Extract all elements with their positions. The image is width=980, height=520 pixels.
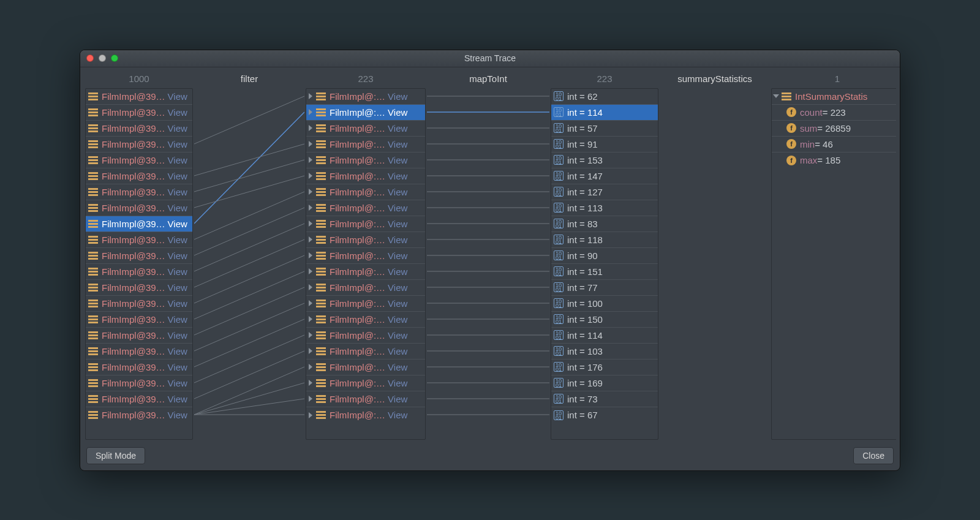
view-link[interactable]: View — [168, 330, 187, 341]
list-item[interactable]: FilmImpl@:…View — [306, 105, 425, 121]
view-link[interactable]: View — [388, 187, 407, 197]
list-item[interactable]: FilmImpl@39…View — [86, 344, 192, 360]
list-item[interactable]: FilmImpl@:…View — [306, 121, 425, 137]
view-link[interactable]: View — [388, 203, 407, 213]
view-link[interactable]: View — [388, 155, 407, 165]
list-item[interactable]: FilmImpl@:…View — [306, 328, 425, 344]
list-item[interactable]: int = 90 — [551, 248, 658, 264]
chevron-right-icon[interactable] — [309, 173, 312, 179]
summary-field[interactable]: fcount = 223 — [772, 105, 896, 121]
list-item[interactable]: FilmImpl@39…View — [86, 121, 192, 137]
chevron-right-icon[interactable] — [309, 300, 312, 306]
chevron-right-icon[interactable] — [309, 220, 312, 227]
view-link[interactable]: View — [168, 266, 187, 277]
chevron-right-icon[interactable] — [309, 332, 312, 338]
list-item[interactable]: FilmImpl@39…View — [86, 312, 192, 328]
view-link[interactable]: View — [168, 91, 187, 102]
view-link[interactable]: View — [168, 139, 187, 149]
chevron-right-icon[interactable] — [309, 380, 312, 386]
list-item[interactable]: FilmImpl@39…View — [86, 280, 192, 296]
list-item[interactable]: FilmImpl@39…View — [86, 200, 192, 216]
view-link[interactable]: View — [388, 298, 407, 309]
list-item[interactable]: FilmImpl@39…View — [86, 105, 192, 121]
view-link[interactable]: View — [388, 219, 407, 229]
chevron-right-icon[interactable] — [309, 316, 312, 322]
view-link[interactable]: View — [168, 298, 187, 309]
list-item[interactable]: FilmImpl@39…View — [86, 216, 192, 232]
chevron-right-icon[interactable] — [309, 93, 312, 99]
view-link[interactable]: View — [168, 155, 187, 165]
view-link[interactable]: View — [168, 362, 187, 372]
list-item[interactable]: FilmImpl@39…View — [86, 375, 192, 391]
view-link[interactable]: View — [168, 346, 187, 356]
view-link[interactable]: View — [168, 123, 187, 134]
list-item[interactable]: int = 73 — [551, 391, 658, 407]
list-item[interactable]: FilmImpl@:…View — [306, 296, 425, 312]
list-item[interactable]: FilmImpl@:…View — [306, 137, 425, 153]
chevron-right-icon[interactable] — [309, 125, 312, 131]
list-item[interactable]: FilmImpl@:…View — [306, 264, 425, 280]
list-item[interactable]: int = 103 — [551, 344, 658, 360]
list-item[interactable]: FilmImpl@:…View — [306, 360, 425, 375]
list-item[interactable]: int = 169 — [551, 375, 658, 391]
list-item[interactable]: FilmImpl@39…View — [86, 264, 192, 280]
list-item[interactable]: FilmImpl@39…View — [86, 248, 192, 264]
list-item[interactable]: FilmImpl@:…View — [306, 89, 425, 105]
chevron-right-icon[interactable] — [309, 364, 312, 370]
list-item[interactable]: FilmImpl@39…View — [86, 391, 192, 407]
window-minimize-icon[interactable] — [99, 55, 106, 62]
view-link[interactable]: View — [168, 314, 187, 325]
chevron-right-icon[interactable] — [309, 268, 312, 274]
filter-result-panel[interactable]: FilmImpl@:…ViewFilmImpl@:…ViewFilmImpl@:… — [306, 88, 426, 440]
int-result-panel[interactable]: int = 62int = 114int = 57int = 91int = 1… — [551, 88, 658, 440]
chevron-right-icon[interactable] — [309, 236, 312, 243]
list-item[interactable]: FilmImpl@39…View — [86, 168, 192, 184]
close-button[interactable]: Close — [853, 447, 894, 464]
list-item[interactable]: int = 147 — [551, 168, 658, 184]
list-item[interactable]: int = 153 — [551, 153, 658, 168]
view-link[interactable]: View — [168, 282, 187, 293]
list-item[interactable]: FilmImpl@39…View — [86, 328, 192, 344]
list-item[interactable]: FilmImpl@39…View — [86, 296, 192, 312]
view-link[interactable]: View — [168, 187, 187, 197]
summary-field[interactable]: fsum = 26859 — [772, 121, 896, 137]
list-item[interactable]: FilmImpl@:…View — [306, 248, 425, 264]
summary-field[interactable]: fmax = 185 — [772, 153, 896, 168]
list-item[interactable]: FilmImpl@:…View — [306, 407, 425, 423]
view-link[interactable]: View — [388, 330, 407, 341]
view-link[interactable]: View — [388, 107, 407, 118]
view-link[interactable]: View — [168, 171, 187, 181]
list-item[interactable]: int = 114 — [551, 105, 658, 121]
chevron-right-icon[interactable] — [309, 141, 312, 147]
list-item[interactable]: FilmImpl@:…View — [306, 375, 425, 391]
view-link[interactable]: View — [168, 410, 187, 420]
list-item[interactable]: int = 114 — [551, 328, 658, 344]
view-link[interactable]: View — [388, 251, 407, 261]
chevron-right-icon[interactable] — [309, 284, 312, 290]
list-item[interactable]: int = 176 — [551, 360, 658, 375]
chevron-right-icon[interactable] — [309, 205, 312, 211]
chevron-right-icon[interactable] — [309, 189, 312, 195]
list-item[interactable]: FilmImpl@:…View — [306, 344, 425, 360]
list-item[interactable]: FilmImpl@39…View — [86, 232, 192, 248]
list-item[interactable]: int = 118 — [551, 232, 658, 248]
view-link[interactable]: View — [168, 378, 187, 388]
summary-field[interactable]: fmin = 46 — [772, 137, 896, 153]
list-item[interactable]: FilmImpl@:…View — [306, 153, 425, 168]
chevron-right-icon[interactable] — [309, 109, 312, 115]
list-item[interactable]: FilmImpl@39…View — [86, 137, 192, 153]
list-item[interactable]: FilmImpl@39…View — [86, 360, 192, 375]
list-item[interactable]: FilmImpl@:…View — [306, 168, 425, 184]
window-close-icon[interactable] — [86, 55, 94, 62]
list-item[interactable]: int = 150 — [551, 312, 658, 328]
view-link[interactable]: View — [388, 282, 407, 293]
list-item[interactable]: FilmImpl@:…View — [306, 391, 425, 407]
view-link[interactable]: View — [168, 107, 187, 118]
split-mode-button[interactable]: Split Mode — [86, 447, 145, 464]
list-item[interactable]: FilmImpl@:…View — [306, 312, 425, 328]
view-link[interactable]: View — [388, 362, 407, 372]
window-zoom-icon[interactable] — [111, 55, 118, 62]
list-item[interactable]: int = 127 — [551, 184, 658, 200]
list-item[interactable]: FilmImpl@39…View — [86, 153, 192, 168]
view-link[interactable]: View — [168, 219, 187, 229]
